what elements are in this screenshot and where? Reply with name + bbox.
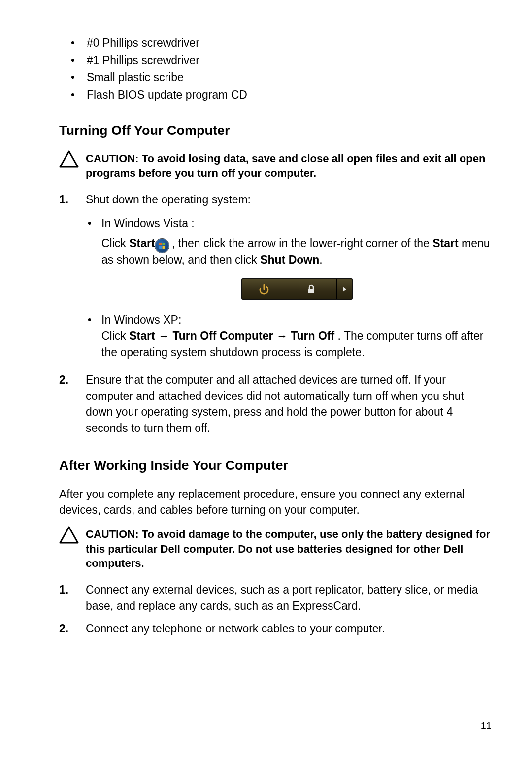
step-item: Connect any external devices, such as a … — [59, 582, 493, 614]
svg-rect-1 — [159, 243, 162, 245]
step-item: Connect any telephone or network cables … — [59, 621, 493, 637]
svg-marker-0 — [60, 151, 78, 167]
shutdown-bold: Shut Down — [260, 253, 319, 266]
svg-rect-2 — [162, 243, 165, 245]
caution-triangle-icon — [59, 150, 79, 168]
sub-item-xp: In Windows XP: Click Start → Turn Off Co… — [101, 312, 493, 360]
step-text: Connect any telephone or network cables … — [86, 622, 385, 635]
lock-icon — [305, 283, 317, 295]
start-bold: Start — [432, 237, 458, 250]
sub-item-vista: In Windows Vista : Click Start , then cl… — [101, 215, 493, 300]
caution-text: CAUTION: To avoid damage to the computer… — [86, 527, 493, 571]
step-text: Shut down the operating system: — [86, 193, 251, 206]
arrow-text: → — [155, 330, 173, 342]
section-heading-after-working: After Working Inside Your Computer — [59, 458, 493, 473]
caution-block: CAUTION: To avoid damage to the computer… — [59, 527, 493, 571]
list-item: #0 Phillips screwdriver — [87, 34, 493, 52]
page-number: 11 — [481, 720, 492, 731]
step-item: Ensure that the computer and all attache… — [59, 372, 493, 436]
arrow-button-segment — [337, 279, 352, 299]
power-button-segment — [242, 279, 286, 299]
caution-lead: CAUTION: — [86, 528, 142, 540]
text: , then click the arrow in the lower-righ… — [169, 237, 433, 250]
text: Click — [101, 237, 129, 250]
turnoff-bold: Turn Off — [291, 330, 334, 342]
list-item: #1 Phillips screwdriver — [87, 52, 493, 69]
list-item: Flash BIOS update program CD — [87, 86, 493, 103]
turnoffcomp-bold: Turn Off Computer — [172, 330, 273, 342]
step-text: Connect any external devices, such as a … — [86, 583, 478, 612]
vista-shutdown-graphic — [241, 278, 353, 300]
caution-block: CAUTION: To avoid losing data, save and … — [59, 151, 493, 180]
power-icon — [258, 283, 270, 295]
start-bold: Start — [129, 237, 155, 250]
caution-body: To avoid damage to the computer, use onl… — [86, 528, 490, 569]
svg-marker-8 — [343, 287, 346, 292]
windows-logo-icon — [155, 239, 169, 253]
xp-head: In Windows XP: — [101, 313, 181, 326]
tools-list: #0 Phillips screwdriver #1 Phillips scre… — [59, 34, 493, 103]
caution-triangle-icon — [59, 526, 79, 544]
text: Click — [101, 330, 129, 342]
text: . — [319, 253, 322, 266]
svg-marker-9 — [60, 527, 78, 543]
start-bold: Start — [129, 330, 155, 342]
section-heading-turning-off: Turning Off Your Computer — [59, 123, 493, 138]
chevron-right-icon — [341, 286, 347, 293]
sub-list: In Windows Vista : Click Start , then cl… — [86, 215, 493, 360]
vista-head: In Windows Vista : — [101, 217, 195, 230]
step-item: Shut down the operating system: In Windo… — [59, 192, 493, 361]
arrow-text: → — [273, 330, 291, 342]
caution-text: CAUTION: To avoid losing data, save and … — [86, 151, 493, 180]
svg-rect-3 — [159, 246, 162, 249]
list-item: Small plastic scribe — [87, 69, 493, 86]
step-text: Ensure that the computer and all attache… — [86, 373, 464, 434]
steps-list-after: Connect any external devices, such as a … — [59, 582, 493, 637]
document-page: #0 Phillips screwdriver #1 Phillips scre… — [0, 0, 532, 761]
svg-rect-7 — [308, 289, 314, 293]
steps-list: Shut down the operating system: In Windo… — [59, 192, 493, 436]
caution-body: To avoid losing data, save and close all… — [86, 152, 485, 179]
svg-rect-4 — [162, 246, 165, 249]
caution-lead: CAUTION: — [86, 152, 142, 165]
lock-button-segment — [286, 279, 337, 299]
intro-paragraph: After you complete any replacement proce… — [59, 486, 493, 518]
